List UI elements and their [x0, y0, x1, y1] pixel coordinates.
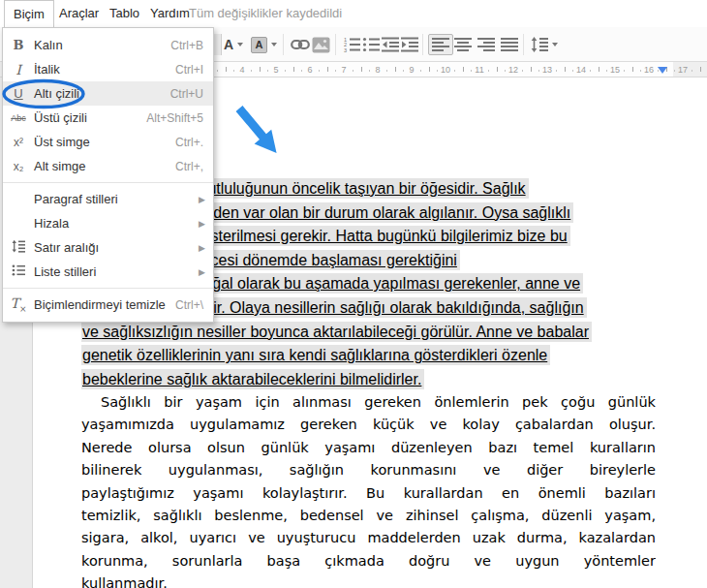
- menu-araclar[interactable]: Araçlar: [50, 0, 108, 27]
- ruler-tick: [488, 70, 489, 72]
- menu-separator: [3, 182, 213, 183]
- right-indent-marker[interactable]: [658, 67, 667, 74]
- body-paragraph: Sağlıklı bir yaşam için alınması gereken…: [81, 391, 656, 588]
- ruler-tick: [624, 70, 625, 72]
- text-line: sigara, alkol, uyarıcı ve uyuşturucu mad…: [81, 527, 656, 549]
- menu-item-strikethrough[interactable]: Abc Üstü çizili Alt+Shift+5: [3, 106, 213, 130]
- decrease-indent-button[interactable]: [382, 34, 399, 55]
- list-styles-icon: [3, 263, 34, 281]
- ruler-tick: [319, 70, 320, 72]
- line-spacing-icon: [3, 239, 34, 257]
- submenu-arrow-icon: ▶: [199, 219, 213, 229]
- menu-item-align[interactable]: Hizala ▶: [3, 211, 213, 235]
- italic-icon: I: [3, 62, 34, 77]
- ruler-tick: [497, 67, 498, 72]
- link-icon: [291, 36, 310, 53]
- text-line: kullanmadır.: [81, 573, 656, 588]
- superscript-icon: x²: [3, 136, 34, 149]
- text-line: paylaştığımız yaşamı kolaylaştırır. Bu k…: [81, 482, 656, 505]
- insert-image-button[interactable]: [312, 34, 330, 55]
- toolbar-separator: [335, 34, 336, 55]
- ruler-tick: [267, 70, 268, 72]
- clear-formatting-icon: T×: [3, 295, 34, 314]
- chevron-down-icon: [271, 43, 277, 46]
- insert-link-button[interactable]: [291, 34, 310, 55]
- ruler-tick: [606, 70, 607, 72]
- text-line: bilinerek uygulanması, sağlığın korunmas…: [81, 459, 656, 481]
- ruler-tick: [599, 67, 599, 72]
- ruler-tick: [531, 67, 532, 72]
- ruler-number: 6: [307, 65, 312, 75]
- bulleted-list-icon: [362, 36, 380, 53]
- ruler-tick: [403, 70, 404, 72]
- ruler-tick: [395, 67, 396, 72]
- align-center-icon: [454, 36, 472, 53]
- ruler-tick: [335, 70, 336, 72]
- menu-item-subscript[interactable]: x₂ Alt simge Ctrl+,: [3, 154, 213, 178]
- ruler-tick: [692, 70, 692, 72]
- align-right-button[interactable]: [477, 34, 495, 55]
- text-line: genetik özelliklerinin yanı sıra kendi s…: [81, 344, 592, 368]
- justify-button[interactable]: [501, 34, 518, 55]
- align-center-button[interactable]: [454, 34, 472, 55]
- align-left-button[interactable]: [428, 34, 453, 55]
- numbered-list-button[interactable]: 123: [343, 34, 360, 55]
- text-line: temizlik, sağlıklı beslenme, bedensel ve…: [81, 505, 656, 527]
- ruler-number: 15: [610, 65, 620, 75]
- increase-indent-icon: [401, 36, 418, 53]
- line-spacing-icon: [531, 36, 548, 53]
- ruler-tick: [353, 70, 354, 72]
- ruler-number: 4: [239, 65, 244, 75]
- ruler-tick: [429, 67, 430, 72]
- submenu-arrow-icon: ▶: [199, 267, 213, 277]
- ruler-number: 13: [542, 65, 552, 75]
- highlight-color-button[interactable]: A: [251, 34, 277, 55]
- menu-item-clear-formatting[interactable]: T× Biçimlendirmeyi temizle Ctrl+\: [3, 293, 213, 317]
- ruler-tick: [640, 70, 641, 72]
- align-right-icon: [477, 36, 495, 53]
- ruler-tick: [226, 67, 227, 72]
- menu-item-superscript[interactable]: x² Üst simge Ctrl+.: [3, 130, 213, 154]
- format-menu: B Kalın Ctrl+B I İtalik Ctrl+I U Altı çi…: [2, 27, 214, 323]
- chevron-down-icon: [552, 43, 558, 46]
- align-left-icon: [432, 36, 449, 53]
- menu-item-italic[interactable]: I İtalik Ctrl+I: [3, 57, 213, 81]
- ruler-tick: [251, 70, 252, 72]
- ruler-tick: [632, 67, 633, 72]
- ruler-number: 16: [644, 65, 654, 75]
- ruler-tick: [463, 67, 464, 72]
- ruler-tick: [572, 70, 573, 72]
- ruler-tick: [361, 67, 362, 72]
- ruler-tick: [556, 70, 557, 72]
- ruler-tick: [285, 70, 286, 72]
- justify-icon: [501, 36, 518, 53]
- ruler-tick: [437, 70, 438, 72]
- google-docs-window: Sağlık, insan mutluluğunun öncelik taşıy…: [0, 0, 707, 588]
- ruler-tick: [700, 67, 701, 72]
- text-color-button[interactable]: A: [224, 34, 243, 55]
- save-status: Tüm değişiklikler kaydedildi: [189, 0, 342, 27]
- ruler-number: 11: [475, 65, 483, 75]
- menu-item-bold[interactable]: B Kalın Ctrl+B: [3, 33, 213, 57]
- underline-button-edge[interactable]: [214, 34, 222, 55]
- bold-icon: B: [3, 38, 34, 52]
- ruler-tick: [565, 67, 566, 72]
- text-line: Nerede olursa olsun günlük yaşamı düzenl…: [81, 437, 656, 459]
- ruler-number: 12: [508, 65, 518, 75]
- menu-item-paragraph-styles[interactable]: Paragraf stilleri ▶: [3, 187, 213, 211]
- ruler-tick: [471, 70, 472, 72]
- highlight-color-icon: A: [251, 37, 267, 53]
- menu-item-list-styles[interactable]: Liste stilleri ▶: [3, 260, 213, 284]
- increase-indent-button[interactable]: [401, 34, 418, 55]
- image-icon: [312, 37, 330, 53]
- menu-item-underline[interactable]: U Altı çizili Ctrl+U: [3, 81, 213, 106]
- ruler-number: 5: [273, 65, 278, 75]
- menu-bicim[interactable]: Biçim: [4, 0, 54, 27]
- ruler-tick: [590, 70, 591, 72]
- ruler-tick: [674, 70, 675, 72]
- text-line: yaşamımızda uygulamamız gereken küçük ve…: [81, 414, 656, 436]
- ruler-number: 10: [441, 65, 450, 75]
- bulleted-list-button[interactable]: [362, 34, 380, 55]
- line-spacing-button[interactable]: [531, 34, 558, 55]
- menu-item-line-spacing[interactable]: Satır aralığı ▶: [3, 235, 213, 260]
